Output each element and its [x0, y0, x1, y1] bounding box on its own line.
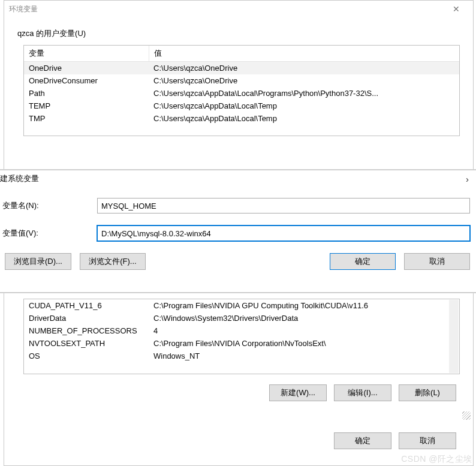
var-value-cell: C:\Program Files\NVIDIA GPU Computing To…	[149, 299, 459, 312]
var-name-cell: DriverData	[24, 312, 149, 324]
var-value-cell: C:\Users\qzca\AppData\Local\Programs\Pyt…	[149, 87, 459, 100]
dialog-confirm-buttons: 确定 取消	[334, 432, 456, 449]
titlebar: 环境变量 ✕	[4, 1, 473, 17]
table-row[interactable]: PathC:\Users\qzca\AppData\Local\Programs…	[24, 87, 459, 100]
var-value-cell: C:\Users\qzca\OneDrive	[149, 62, 459, 75]
variable-name-input[interactable]	[97, 198, 470, 214]
ok-button[interactable]: 确定	[330, 253, 396, 270]
variable-value-label: 变量值(V):	[1, 228, 97, 239]
col-header-name[interactable]: 变量	[24, 46, 149, 62]
var-name-cell: NUMBER_OF_PROCESSORS	[24, 324, 149, 337]
dialog-titlebar: 建系统变量 ›	[0, 170, 476, 187]
var-value-cell: C:\Program Files\NVIDIA Corporation\NvTo…	[149, 337, 459, 350]
table-row[interactable]: OSWindows_NT	[24, 350, 459, 362]
table-row[interactable]: TMPC:\Users\qzca\AppData\Local\Temp	[24, 112, 459, 125]
edit-button[interactable]: 编辑(I)...	[334, 384, 391, 401]
resize-grip-icon[interactable]	[462, 411, 471, 420]
var-value-cell: 4	[149, 324, 459, 337]
var-name-cell: CUDA_PATH_V11_6	[24, 299, 149, 312]
table-row[interactable]: CUDA_PATH_V11_6C:\Program Files\NVIDIA G…	[24, 299, 459, 312]
var-value-cell: C:\Users\qzca\OneDrive	[149, 74, 459, 87]
new-button[interactable]: 新建(W)...	[269, 384, 327, 401]
var-name-cell: OneDrive	[24, 62, 149, 75]
table-row[interactable]: NVTOOLSEXT_PATHC:\Program Files\NVIDIA C…	[24, 337, 459, 350]
var-value-cell: C:\Users\qzca\AppData\Local\Temp	[149, 112, 459, 125]
col-header-value[interactable]: 值	[149, 46, 459, 62]
var-name-cell: Path	[24, 87, 149, 100]
var-name-cell: TMP	[24, 112, 149, 125]
delete-button[interactable]: 删除(L)	[399, 384, 456, 401]
system-variables-table[interactable]: CUDA_PATH_V11_6C:\Program Files\NVIDIA G…	[23, 299, 460, 374]
ok-button[interactable]: 确定	[334, 432, 391, 449]
variable-value-input[interactable]	[97, 226, 470, 241]
watermark: CSDN @阡之尘埃	[401, 454, 472, 465]
user-variables-label: qzca 的用户变量(U)	[4, 17, 473, 43]
var-name-cell: TEMP	[24, 100, 149, 112]
var-value-cell: C:\Windows\System32\Drivers\DriverData	[149, 312, 459, 324]
window-title: 环境变量	[9, 4, 38, 14]
close-icon[interactable]: ✕	[444, 4, 468, 14]
dialog-title: 建系统变量	[0, 173, 39, 184]
variable-name-label: 变量名(N):	[1, 200, 97, 211]
user-variables-table[interactable]: 变量 值 OneDriveC:\Users\qzca\OneDriveOneDr…	[23, 45, 460, 136]
table-row[interactable]: NUMBER_OF_PROCESSORS4	[24, 324, 459, 337]
var-value-cell: C:\Users\qzca\AppData\Local\Temp	[149, 100, 459, 112]
var-name-cell: OS	[24, 350, 149, 362]
new-system-variable-dialog: 建系统变量 › 变量名(N): 变量值(V): 浏览目录(D)... 浏览文件(…	[0, 170, 476, 293]
cancel-button[interactable]: 取消	[404, 253, 470, 270]
browse-directory-button[interactable]: 浏览目录(D)...	[5, 253, 71, 270]
var-name-cell: OneDriveConsumer	[24, 74, 149, 87]
table-row[interactable]: OneDriveC:\Users\qzca\OneDrive	[24, 62, 459, 75]
var-name-cell: NVTOOLSEXT_PATH	[24, 337, 149, 350]
chevron-right-icon[interactable]: ›	[465, 174, 472, 184]
system-variables-buttons: 新建(W)... 编辑(I)... 删除(L)	[269, 384, 456, 401]
browse-file-button[interactable]: 浏览文件(F)...	[80, 253, 146, 270]
table-row[interactable]: DriverDataC:\Windows\System32\Drivers\Dr…	[24, 312, 459, 324]
var-value-cell: Windows_NT	[149, 350, 459, 362]
cancel-button[interactable]: 取消	[399, 432, 456, 449]
scrollbar-vertical[interactable]	[449, 300, 459, 373]
table-row[interactable]: OneDriveConsumerC:\Users\qzca\OneDrive	[24, 74, 459, 87]
table-row[interactable]: TEMPC:\Users\qzca\AppData\Local\Temp	[24, 100, 459, 112]
